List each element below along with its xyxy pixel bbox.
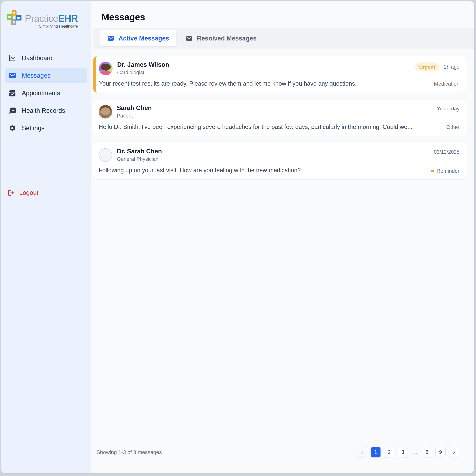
avatar-placeholder [99,148,112,162]
message-card[interactable]: Sarah Chen Patient Yesterday Hello Dr. S… [93,100,467,136]
tab-label: Resolved Messages [197,35,256,42]
message-header-row: Dr. James Wilson Cardiologist Urgent 2h … [99,61,459,76]
message-header-row: Dr. Sarah Chen General Physician 03/12/2… [99,148,459,162]
next-page-button[interactable] [449,447,459,458]
sidebar-divider [4,177,73,177]
list-footer: Showing 1-3 of 3 messages 1 2 3 … 8 9 [91,447,474,473]
sender-role: Cardiologist [117,69,169,76]
sender-info: Dr. Sarah Chen General Physician [117,148,162,162]
sidebar-item-label: Settings [22,125,44,132]
sender-name: Sarah Chen [117,104,152,112]
message-body-row: Following up on your last visit. How are… [99,167,459,174]
sidebar-item-settings[interactable]: Settings [5,120,87,136]
message-time: Yesterday [437,106,459,112]
sidebar-nav: Dashboard Messages Appointments Health R… [1,51,91,136]
sidebar-item-messages[interactable]: Messages [5,68,87,83]
sidebar-item-dashboard[interactable]: Dashboard [5,51,87,66]
sender-name: Dr. Sarah Chen [117,148,162,155]
sidebar: PracticeEHR Simplifying Healthcare Dashb… [1,1,91,473]
app-logo: PracticeEHR Simplifying Healthcare [7,10,91,29]
avatar [99,105,112,119]
message-header-row: Sarah Chen Patient Yesterday [99,104,459,119]
logo-text: PracticeEHR Simplifying Healthcare [25,14,78,29]
urgent-badge: Urgent [415,63,440,71]
reminder-dot-icon [431,170,434,172]
health-records-icon [9,107,16,114]
brand-name-ehr: EHR [58,13,78,24]
message-category: Medication [434,81,459,87]
category-label: Other [446,124,459,130]
page-button-8[interactable]: 8 [422,447,432,458]
chevron-left-icon [360,450,364,455]
sender-name: Dr. James Wilson [117,61,169,68]
logout-label: Logout [19,189,38,196]
practice-ehr-logo-icon [7,10,23,27]
main-content: Messages Active Messages Resolved Messag… [91,1,474,473]
chart-line-icon [9,54,16,62]
gear-icon [9,124,16,132]
logout-icon [8,189,15,196]
sidebar-item-label: Health Records [22,107,65,114]
page-button-3[interactable]: 3 [398,447,408,458]
sidebar-item-label: Messages [22,72,51,79]
message-list: Dr. James Wilson Cardiologist Urgent 2h … [93,56,467,179]
avatar [99,62,113,75]
sidebar-item-appointments[interactable]: Appointments [5,85,87,101]
logo-blue-square [16,15,21,20]
sender-role: Patient [117,113,152,119]
tab-label: Active Messages [119,35,169,42]
logout-button[interactable]: Logout [8,189,91,196]
prev-page-button[interactable] [357,447,367,458]
results-summary: Showing 1-3 of 3 messages [97,449,162,455]
pagination: 1 2 3 … 8 9 [357,447,459,458]
page-button-9[interactable]: 9 [435,447,446,458]
tab-active-messages[interactable]: Active Messages [100,30,176,47]
page-button-2[interactable]: 2 [384,447,394,458]
sender-role: General Physician [117,156,162,162]
message-card[interactable]: Dr. Sarah Chen General Physician 03/12/2… [93,143,467,179]
message-time: 2h ago [444,64,459,70]
page-title: Messages [102,12,474,22]
brand-tagline: Simplifying Healthcare [39,24,78,29]
message-time: 03/12/2025 [434,149,459,155]
message-text: Hello Dr. Smith, I've been experiencing … [99,123,419,131]
message-meta: Yesterday [437,106,459,112]
message-text: Your recent test results are ready. Plea… [99,80,363,87]
tab-resolved-messages[interactable]: Resolved Messages [186,35,256,42]
envelope-icon [9,72,16,79]
calendar-check-icon [9,89,16,97]
logo-orange-square [12,10,17,16]
pagination-ellipsis: … [411,449,419,455]
message-card-urgent[interactable]: Dr. James Wilson Cardiologist Urgent 2h … [93,56,467,93]
app-window: PracticeEHR Simplifying Healthcare Dashb… [1,1,474,473]
sender-info: Dr. James Wilson Cardiologist [117,61,169,76]
message-category: Other [446,124,459,130]
message-text: Following up on your last visit. How are… [99,167,307,174]
message-category: Reminder [431,168,459,174]
category-label: Reminder [437,168,459,174]
brand-name: PracticeEHR [25,14,78,23]
message-meta: 03/12/2025 [434,149,459,155]
message-meta: Urgent 2h ago [415,63,460,71]
sender-info: Sarah Chen Patient [117,104,152,119]
envelope-icon [186,35,193,42]
category-label: Medication [434,81,459,87]
chevron-right-icon [452,450,456,455]
envelope-icon [107,35,114,42]
sidebar-item-label: Appointments [22,90,60,97]
sidebar-item-label: Dashboard [22,54,52,62]
page-button-1[interactable]: 1 [371,447,381,458]
sidebar-item-health-records[interactable]: Health Records [5,103,87,118]
brand-name-practice: Practice [25,13,58,24]
message-body-row: Your recent test results are ready. Plea… [99,80,459,87]
message-body-row: Hello Dr. Smith, I've been experiencing … [99,123,459,131]
messages-tabstrip: Active Messages Resolved Messages [93,28,474,49]
